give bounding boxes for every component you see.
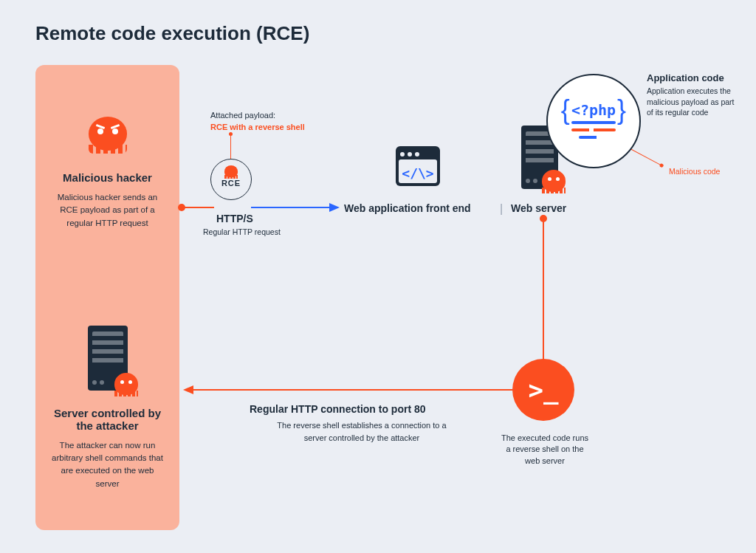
port80-text: The reverse shell establishes a connecti… <box>273 419 450 444</box>
payload-sublabel: RCE with a reverse shell <box>210 123 305 131</box>
attacker-server-block: Server controlled by the attacker The at… <box>35 326 179 490</box>
application-code-bubble: { <?php } <box>546 74 641 168</box>
attacker-panel: Malicious hacker Malicious hacker sends … <box>35 65 179 530</box>
attacker-server-title: Server controlled by the attacker <box>47 407 168 432</box>
separator-pipe: | <box>500 202 503 216</box>
http-label: HTTP/S <box>216 213 253 224</box>
shell-prompt-glyph: >_ <box>529 375 559 405</box>
appcode-title: Application code <box>647 72 724 83</box>
port80-title: Regular HTTP connection to port 80 <box>250 403 426 415</box>
hacker-title: Malicious hacker <box>47 171 168 184</box>
diagram-title: Remote code execution (RCE) <box>35 22 309 45</box>
ghost-mini-icon <box>114 373 138 395</box>
webapp-frontend-label: Web application front end <box>344 202 471 214</box>
payload-connector <box>230 134 231 159</box>
http-sublabel: Regular HTTP request <box>203 227 281 236</box>
rce-badge: RCE <box>210 159 252 200</box>
payload-label: Attached payload: <box>210 111 275 120</box>
malicious-code-label: Malicious code <box>669 167 720 176</box>
browser-icon: </\> <box>396 146 440 186</box>
rce-badge-label: RCE <box>211 179 251 188</box>
webserver-label: Web server <box>511 202 566 214</box>
server-icon <box>88 326 128 391</box>
attacker-server-text: The attacker can now run arbitrary shell… <box>49 439 166 490</box>
reverse-shell-icon: >_ <box>512 359 574 421</box>
mini-ghost-icon <box>224 165 238 177</box>
browser-code-glyph: </\> <box>396 165 440 181</box>
hacker-icon <box>89 117 127 154</box>
hacker-text: Malicious hacker sends an RCE payload as… <box>49 191 166 230</box>
shell-text: The executed code runs a reverse shell o… <box>501 433 589 467</box>
malicious-code-line <box>571 128 616 131</box>
ghost-mini-icon <box>542 170 566 192</box>
appcode-text: Application executes the malicious paylo… <box>647 86 743 118</box>
php-tag: <?php <box>571 101 616 119</box>
